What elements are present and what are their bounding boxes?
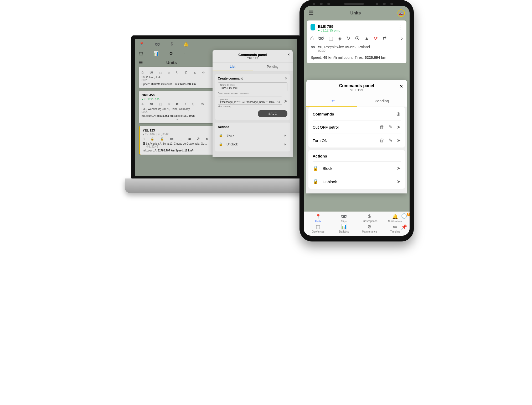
- action-label: Block: [323, 166, 392, 171]
- tab-pending[interactable]: Pending: [357, 96, 407, 107]
- phone-device: ☰ Units 🚗 BLE 789 ● 01:12:35 p.m. ⋮ ⎙ ➿ …: [299, 0, 414, 241]
- send-icon[interactable]: ➤: [397, 138, 401, 143]
- delete-icon[interactable]: 🗑: [380, 138, 384, 143]
- save-button[interactable]: SAVE: [258, 110, 287, 117]
- action-block[interactable]: 🔒Block➤: [313, 161, 401, 175]
- command-row[interactable]: Cut OFF petrol🗑✎➤: [313, 120, 401, 134]
- nav-subscriptions[interactable]: $Subscriptions: [357, 214, 383, 223]
- trips-icon[interactable]: ➿: [155, 42, 160, 47]
- lock-icon: 🔒: [219, 134, 223, 137]
- laptop-base: [125, 178, 307, 193]
- field-value: {"message_id":"8103","message_body":"F01…: [220, 101, 280, 103]
- icon[interactable]: ◈: [338, 35, 342, 41]
- payload-input[interactable]: payload {"message_id":"8103","message_bo…: [218, 97, 282, 105]
- chart-icon[interactable]: 📊: [153, 51, 159, 56]
- unit-name: GRE 456: [142, 93, 213, 97]
- unit-stats: mil.count. A: 85910.861 km Speed: 151 km…: [142, 114, 213, 117]
- close-icon[interactable]: ✕: [287, 53, 290, 56]
- edit-icon[interactable]: ✎: [389, 124, 392, 130]
- action-unblock[interactable]: 🔓Unblock➤: [313, 175, 401, 188]
- send-icon[interactable]: ➤: [397, 124, 401, 130]
- nav-label: Statistics: [339, 230, 349, 233]
- modal-subtitle: YEL 123: [310, 88, 403, 92]
- modal-title: Commands panel: [310, 83, 403, 88]
- tab-pending[interactable]: Pending: [253, 63, 293, 71]
- commands-panel-modal: Commands panel YEL 123 ✕ List Pending Co…: [306, 80, 407, 193]
- bell-icon[interactable]: 🔔: [183, 42, 189, 47]
- nav-label: Geofences: [312, 230, 324, 233]
- send-icon[interactable]: ➤: [397, 165, 401, 171]
- nav-label: Trips: [341, 220, 347, 223]
- addr: E30, Wendeburg 38176, Peine, Germany: [142, 108, 190, 111]
- unit-stats: mil.count. A: 81780.797 km Speed: 11 km/…: [143, 149, 213, 152]
- commands-panel-modal: Commands panel YEL 123 ✕ List Pending Cr…: [213, 50, 293, 157]
- delete-icon[interactable]: 🗑: [380, 124, 384, 130]
- pin-icon[interactable]: 📍: [139, 42, 144, 47]
- unit-card[interactable]: ⎙ ➿ ⬚ ◇ ↻ ⦿ ▲ ⟳ 50, Poland, Jurki00:29 S…: [139, 67, 215, 88]
- command-row[interactable]: Turn ON🗑✎➤: [313, 134, 401, 147]
- name-input[interactable]: Name to save Turn ON WiFi: [218, 82, 287, 91]
- commands-heading: Commands: [313, 112, 334, 116]
- unit-card[interactable]: GRE 456● 01:11:29 p.m. ⎙ ➿ ⬚ ◇ ⇄ ○ ⓘ ⦿ E…: [139, 91, 215, 123]
- laptop-device: 📍 ➿ $ 🔔 ⬚ 📊 ⚙ ≔ ☰ Units ⎙ ➿ ⬚ ◇ ↻ ⦿ ▲ ⟳ …: [125, 30, 307, 193]
- icon[interactable]: ⎙: [311, 36, 313, 41]
- hamburger-icon[interactable]: ☰: [139, 60, 143, 65]
- action-unblock[interactable]: 🔓Unblock➤: [218, 140, 287, 149]
- addr-sub: 00:29: [142, 111, 148, 113]
- icon[interactable]: ⟳: [374, 35, 378, 41]
- icon[interactable]: ⦿: [355, 36, 360, 41]
- nav-geofences[interactable]: ⬚Geofences: [305, 224, 331, 233]
- hamburger-icon[interactable]: ☰: [308, 10, 314, 17]
- send-icon[interactable]: ➤: [397, 179, 401, 185]
- addr-sub: 4 d. 20:46: [146, 145, 158, 148]
- unit-card-selected[interactable]: YEL 123● 05:58:37 p.m., 09/08 ⎘ 🔒 🔓 ➿ ⬚ …: [139, 126, 215, 155]
- nav-trips[interactable]: ➿Trips: [331, 214, 357, 223]
- tab-list[interactable]: List: [306, 96, 357, 107]
- pin-icon: 📍: [305, 214, 331, 219]
- icon[interactable]: ↻: [346, 35, 350, 41]
- action-block[interactable]: 🔒Block➤: [218, 131, 287, 140]
- list-icon[interactable]: ≔: [183, 51, 188, 56]
- nav-label: Units: [315, 220, 321, 223]
- unit-card[interactable]: BLE 789 ● 01:12:35 p.m. ⋮ ⎙ ➿ ⬚ ◈ ↻ ⦿ ▲ …: [307, 20, 406, 63]
- close-icon[interactable]: ✕: [399, 83, 403, 89]
- nav-maintenance[interactable]: ⚙Maintenance: [357, 224, 383, 233]
- addr-sub: 00:30: [318, 49, 370, 52]
- phone-appbar: ☰ Units 🚗: [304, 6, 410, 20]
- kebab-icon[interactable]: ⋮: [397, 24, 403, 30]
- lock-icon: 🔒: [313, 165, 318, 171]
- avatar[interactable]: 🚗: [397, 9, 405, 17]
- command-label: Turn ON: [313, 138, 375, 143]
- send-icon[interactable]: ➤: [284, 98, 288, 104]
- chart-icon: 📊: [331, 224, 357, 230]
- unit-time: ● 01:12:35 p.m.: [318, 29, 340, 32]
- unlock-icon: 🔓: [313, 179, 318, 185]
- add-icon[interactable]: ⊕: [396, 111, 401, 117]
- unit-time: ● 01:11:29 p.m.: [142, 98, 213, 101]
- clock-icon[interactable]: 🕘: [401, 213, 407, 219]
- edit-icon[interactable]: ✎: [389, 138, 392, 143]
- nav-units[interactable]: 📍Units: [305, 214, 331, 223]
- tab-list[interactable]: List: [213, 63, 253, 71]
- gear-icon: ⚙: [357, 224, 383, 230]
- pin-icon[interactable]: 📌: [401, 224, 407, 230]
- icon[interactable]: ▲: [364, 36, 369, 41]
- nav-statistics[interactable]: 📊Statistics: [331, 224, 357, 233]
- dollar-icon[interactable]: $: [171, 42, 173, 47]
- icon[interactable]: ⬚: [329, 35, 333, 41]
- chevron-right-icon[interactable]: ›: [401, 36, 403, 41]
- gear-icon[interactable]: ⚙: [169, 51, 173, 56]
- bottom-nav: 📍Units ➿Trips $Subscriptions 🔔Notificati…: [304, 212, 410, 236]
- action-label: Unblock: [323, 180, 392, 184]
- laptop-toolbar-row1: 📍 ➿ $ 🔔: [139, 42, 189, 47]
- icon[interactable]: ⇄: [383, 35, 386, 41]
- close-icon[interactable]: ✕: [285, 77, 287, 80]
- send-icon[interactable]: ➤: [284, 143, 286, 146]
- car-icon: [311, 24, 315, 30]
- icon[interactable]: ➿: [318, 35, 324, 41]
- modal-subtitle: YEL 123: [215, 57, 290, 60]
- send-icon[interactable]: ➤: [284, 134, 286, 137]
- addr-sub: 00:29: [142, 79, 148, 82]
- crop-icon[interactable]: ⬚: [139, 51, 143, 56]
- crop-icon: ⬚: [305, 224, 331, 230]
